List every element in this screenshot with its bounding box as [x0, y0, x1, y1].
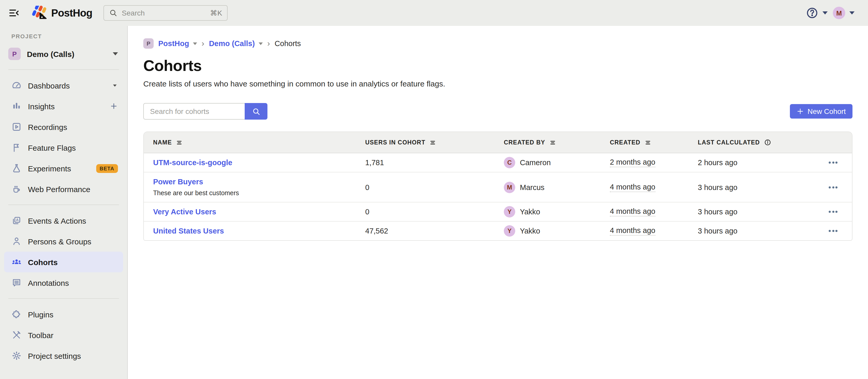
main-content: P PostHog › Demo (Calls) › Cohorts Cohor…	[128, 26, 868, 379]
annotation-icon	[11, 278, 22, 288]
creator-name: Yakko	[520, 208, 540, 216]
creator-avatar: Y	[504, 206, 515, 217]
table-row: United States Users47,562YYakko4 months …	[144, 222, 852, 240]
row-actions-cell	[807, 208, 852, 216]
last-calculated-value: 3 hours ago	[698, 208, 807, 216]
sort-icon	[645, 139, 651, 146]
topbar-right-cluster: M	[806, 7, 868, 19]
created-relative-time: 2 months ago	[610, 158, 655, 167]
posthog-logo[interactable]: PostHog	[30, 6, 92, 20]
new-cohort-button[interactable]: New Cohort	[790, 104, 852, 119]
row-more-options-button[interactable]	[826, 208, 841, 216]
sidebar-item-web-performance[interactable]: Web Performance	[4, 179, 123, 199]
users-in-cohort-value: 47,562	[365, 227, 504, 235]
creator-avatar: Y	[504, 225, 515, 237]
project-avatar: P	[8, 48, 21, 60]
column-header-users-in-cohort[interactable]: USERS IN COHORT	[365, 139, 504, 146]
created-by-cell: YYakko	[504, 225, 610, 237]
cohort-name-link[interactable]: United States Users	[153, 227, 224, 235]
global-search-placeholder: Search	[122, 9, 206, 17]
svg-text:A: A	[16, 218, 19, 222]
sort-icon	[176, 139, 183, 146]
cohort-name-link[interactable]: Power Buyers	[153, 178, 203, 186]
gear-icon	[11, 351, 22, 361]
sidebar-item-label: Project settings	[28, 351, 81, 360]
sidebar-item-label: Feature Flags	[28, 143, 76, 152]
row-actions-cell	[807, 158, 852, 167]
created-by-cell: YYakko	[504, 206, 610, 217]
sidebar-item-label: Web Performance	[28, 184, 90, 194]
gauge-icon	[11, 80, 22, 91]
sidebar-item-label: Persons & Groups	[28, 237, 91, 246]
table-header-row: NAMEUSERS IN COHORTCREATED BYCREATEDLAST…	[144, 132, 852, 153]
row-more-options-button[interactable]	[826, 227, 841, 235]
cohort-name-link[interactable]: UTM-source-is-google	[153, 158, 232, 167]
column-header-name[interactable]: NAME	[144, 139, 365, 146]
sidebar-item-toolbar[interactable]: Toolbar	[4, 325, 123, 345]
column-header-label: CREATED	[610, 139, 641, 145]
flask-icon	[11, 163, 22, 173]
sidebar-collapse-icon[interactable]	[5, 4, 23, 22]
row-actions-cell	[807, 227, 852, 235]
cohorts-icon	[11, 257, 22, 267]
last-calculated-value: 2 hours ago	[698, 158, 807, 167]
users-in-cohort-value: 1,781	[365, 158, 504, 167]
table-row: Very Active Users0YYakko4 months ago3 ho…	[144, 202, 852, 222]
project-name: Demo (Calls)	[27, 50, 106, 58]
breadcrumb-project-badge[interactable]: P	[143, 38, 154, 49]
search-icon	[252, 107, 260, 116]
column-header-last-calculated[interactable]: LAST CALCULATED	[698, 139, 807, 146]
help-menu-button[interactable]	[806, 7, 828, 19]
sidebar-item-experiments[interactable]: ExperimentsBETA	[4, 158, 123, 179]
plus-icon[interactable]	[110, 102, 118, 110]
cohort-name-cell: Power BuyersThese are our best customers	[144, 172, 365, 202]
beta-badge: BETA	[96, 164, 118, 173]
app-window: PostHog Search ⌘K	[0, 0, 868, 379]
sidebar-item-annotations[interactable]: Annotations	[4, 272, 123, 293]
cohort-search-button[interactable]	[245, 103, 268, 120]
cohort-search-input[interactable]	[143, 103, 245, 120]
sidebar-item-insights[interactable]: Insights	[4, 96, 123, 116]
plus-icon	[797, 108, 804, 115]
sidebar-item-cohorts[interactable]: Cohorts	[4, 252, 123, 272]
sidebar-item-recordings[interactable]: Recordings	[4, 116, 123, 137]
row-more-options-button[interactable]	[826, 183, 841, 191]
row-more-options-button[interactable]	[826, 158, 841, 167]
breadcrumb-organization[interactable]: PostHog	[158, 39, 197, 48]
created-cell: 4 months ago	[610, 182, 698, 192]
chevron-down-icon[interactable]	[112, 82, 118, 89]
column-header-label: CREATED BY	[504, 139, 545, 145]
cohort-name-link[interactable]: Very Active Users	[153, 208, 216, 216]
sidebar-item-events-actions[interactable]: AEvents & Actions	[4, 210, 123, 231]
column-header-label: USERS IN COHORT	[365, 139, 426, 145]
sidebar-item-dashboards[interactable]: Dashboards	[4, 75, 123, 96]
cohort-description: These are our best customers	[153, 190, 355, 197]
creator-name: Marcus	[520, 183, 545, 191]
table-body: UTM-source-is-google1,781CCameron2 month…	[144, 153, 852, 240]
sidebar-item-feature-flags[interactable]: Feature Flags	[4, 137, 123, 158]
page-title: Cohorts	[143, 57, 852, 75]
user-menu-button[interactable]: M	[833, 7, 855, 19]
creator-name: Yakko	[520, 227, 540, 235]
created-by-cell: MMarcus	[504, 181, 610, 193]
top-bar: PostHog Search ⌘K	[0, 0, 868, 26]
last-calculated-value: 3 hours ago	[698, 183, 807, 191]
sidebar-item-plugins[interactable]: Plugins	[4, 304, 123, 325]
column-header-created[interactable]: CREATED	[610, 139, 698, 146]
users-in-cohort-value: 0	[365, 208, 504, 216]
chevron-down-icon	[823, 11, 828, 14]
sidebar-item-persons-groups[interactable]: Persons & Groups	[4, 231, 123, 252]
sidebar-item-project-settings[interactable]: Project settings	[4, 345, 123, 366]
coffee-icon	[11, 184, 22, 194]
sidebar-item-label: Toolbar	[28, 330, 53, 340]
created-relative-time: 4 months ago	[610, 207, 655, 216]
search-icon	[110, 9, 118, 17]
project-switcher[interactable]: P Demo (Calls)	[0, 43, 127, 64]
breadcrumb-current-page: Cohorts	[275, 39, 301, 48]
sidebar-item-label: Experiments	[28, 164, 71, 173]
column-header-label: LAST CALCULATED	[698, 139, 760, 145]
breadcrumb-project[interactable]: Demo (Calls)	[209, 39, 262, 48]
column-header-created-by[interactable]: CREATED BY	[504, 139, 610, 146]
global-search-input[interactable]: Search ⌘K	[104, 5, 228, 21]
sidebar-divider	[8, 298, 119, 299]
